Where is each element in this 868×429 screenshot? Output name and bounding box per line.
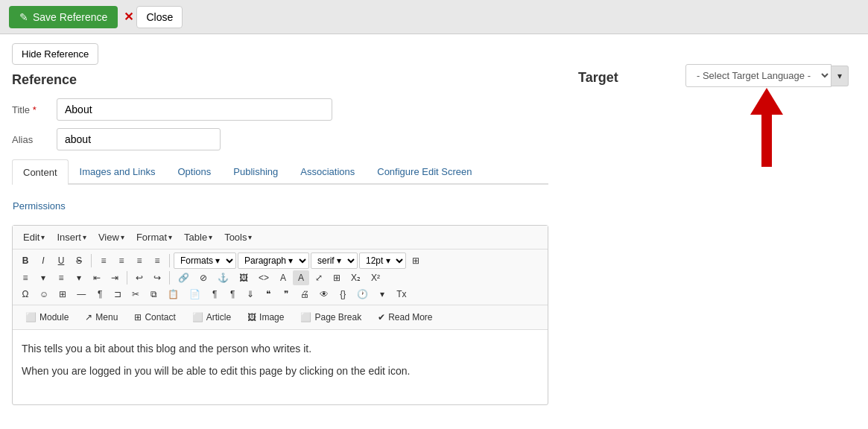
target-panel: Target - Select Target Language - ▾ — [548, 43, 856, 420]
table-menu-button[interactable]: Table ▾ — [180, 229, 217, 245]
quote-close-button[interactable]: ❞ — [278, 287, 294, 302]
edit-chevron-icon: ▾ — [41, 233, 45, 241]
special-char-button[interactable]: Ω — [17, 287, 34, 302]
outdent-button[interactable]: ⇤ — [89, 270, 105, 285]
editor-container: Edit ▾ Insert ▾ View ▾ Format ▾ Table ▾ … — [12, 225, 548, 405]
hide-reference-button[interactable]: Hide Reference — [12, 43, 98, 65]
ordered-list-button[interactable]: ≡ — [53, 270, 69, 285]
tab-permissions[interactable]: Permissions — [12, 194, 77, 217]
read-more-icon: ✔ — [378, 312, 385, 322]
print-button[interactable]: 🖨 — [296, 287, 314, 302]
separator-1 — [91, 254, 92, 267]
align-left-button[interactable]: ≡ — [95, 253, 112, 268]
redo-button[interactable]: ↪ — [149, 270, 165, 285]
formats-select[interactable]: Formats ▾ — [174, 252, 236, 269]
required-indicator: * — [33, 104, 37, 115]
quote-open-button[interactable]: ❝ — [260, 287, 276, 302]
unordered-list-chevron[interactable]: ▾ — [35, 270, 51, 285]
menu-button[interactable]: ↗ Menu — [78, 309, 124, 325]
emoji-button[interactable]: ☺ — [35, 287, 53, 302]
media-button[interactable]: ⊞ — [54, 287, 71, 302]
clock-button[interactable]: 🕐 — [352, 287, 373, 302]
language-select-group: - Select Target Language - ▾ — [685, 64, 849, 87]
paragraph-select[interactable]: Paragraph ▾ — [238, 252, 309, 269]
save-reference-button[interactable]: ✎ Save Reference — [9, 6, 118, 28]
tab-configure-edit-screen[interactable]: Configure Edit Screen — [366, 159, 483, 183]
article-button[interactable]: ⬜ Article — [186, 309, 238, 325]
superscript-button[interactable]: X² — [367, 270, 384, 285]
red-arrow-annotation — [744, 88, 789, 162]
find-replace-button[interactable]: ⊞ — [408, 253, 424, 268]
view-menu-button[interactable]: View ▾ — [94, 229, 129, 245]
indent-button[interactable]: ⇥ — [107, 270, 123, 285]
alias-label: Alias — [12, 134, 57, 145]
edit-menu-button[interactable]: Edit ▾ — [19, 229, 49, 245]
editor-toolbar: B I U S ≡ ≡ ≡ ≡ Formats ▾ Paragraph ▾ — [13, 250, 548, 305]
p-left-button[interactable]: ¶ — [206, 287, 223, 302]
tab-options[interactable]: Options — [166, 159, 222, 183]
anchor-button[interactable]: ⚓ — [213, 270, 233, 285]
underline-button[interactable]: U — [53, 253, 69, 268]
italic-button[interactable]: I — [35, 253, 51, 268]
target-language-select[interactable]: - Select Target Language - — [685, 64, 831, 87]
source-button[interactable]: {} — [335, 287, 351, 302]
font-color-button[interactable]: A — [275, 270, 291, 285]
font-select[interactable]: serif ▾ — [311, 252, 358, 269]
separator-3 — [127, 271, 127, 285]
contact-icon: ⊞ — [134, 312, 142, 322]
module-button[interactable]: ⬜ Module — [19, 309, 75, 325]
alias-field-group: Alias — [12, 128, 548, 150]
format-chevron-icon: ▾ — [168, 233, 172, 241]
strikethrough-button[interactable]: S — [71, 253, 87, 268]
p-right-button[interactable]: ¶ — [224, 287, 241, 302]
image-insert-icon: 🖼 — [247, 312, 256, 322]
insert-menu-button[interactable]: Insert ▾ — [52, 229, 91, 245]
editor-content-area[interactable]: This tells you a bit about this blog and… — [13, 330, 548, 404]
link-button[interactable]: 🔗 — [174, 270, 194, 285]
highlight-button[interactable]: A — [293, 270, 309, 285]
clear-format-button[interactable]: Tx — [392, 287, 411, 302]
table-button[interactable]: ⊞ — [329, 270, 345, 285]
bold-button[interactable]: B — [17, 253, 34, 268]
tab-associations[interactable]: Associations — [289, 159, 366, 183]
tab-images-and-links[interactable]: Images and Links — [69, 159, 167, 183]
clock-chevron[interactable]: ▾ — [374, 287, 390, 302]
ordered-list-chevron[interactable]: ▾ — [71, 270, 87, 285]
fullscreen-button[interactable]: ⤢ — [311, 270, 327, 285]
image-button[interactable]: 🖼 — [235, 270, 253, 285]
unlink-button[interactable]: ⊘ — [195, 270, 212, 285]
cut-button[interactable]: ✂ — [127, 287, 144, 302]
contact-button[interactable]: ⊞ Contact — [127, 309, 182, 325]
code-button[interactable]: <> — [254, 270, 273, 285]
page-break-button[interactable]: ⬜ Page Break — [294, 309, 368, 325]
size-select[interactable]: 12pt ▾ — [359, 252, 406, 269]
hr-button[interactable]: — — [72, 287, 90, 302]
close-x-icon: ✕ — [124, 10, 133, 24]
read-more-button[interactable]: ✔ Read More — [371, 309, 439, 325]
align-right-button[interactable]: ≡ — [131, 253, 148, 268]
align-justify-button[interactable]: ≡ — [149, 253, 165, 268]
alias-input[interactable] — [57, 128, 221, 150]
undo-button[interactable]: ↩ — [131, 270, 148, 285]
image-insert-button[interactable]: 🖼 Image — [241, 309, 291, 325]
tab-content[interactable]: Content — [12, 159, 69, 185]
image-insert-label: Image — [259, 312, 284, 322]
copy-button[interactable]: ⧉ — [145, 287, 162, 302]
unordered-list-button[interactable]: ≡ — [17, 270, 34, 285]
format-menu-button[interactable]: Format ▾ — [132, 229, 177, 245]
align-center-button[interactable]: ≡ — [113, 253, 130, 268]
paragraph-mark-button[interactable]: ¶ — [92, 287, 108, 302]
subscript-button[interactable]: X₂ — [346, 270, 365, 285]
title-input[interactable] — [57, 98, 332, 121]
blockquote-button[interactable]: ⊐ — [110, 287, 126, 302]
tab-publishing[interactable]: Publishing — [222, 159, 289, 183]
download-button[interactable]: ⇓ — [242, 287, 259, 302]
paste-text-button[interactable]: 📄 — [185, 287, 205, 302]
language-select-chevron-icon[interactable]: ▾ — [831, 66, 849, 86]
reference-panel: Hide Reference Reference Title * Alias C… — [12, 43, 548, 420]
paste-button[interactable]: 📋 — [163, 287, 183, 302]
tools-menu-button[interactable]: Tools ▾ — [220, 229, 256, 245]
menu-icon: ↗ — [85, 312, 92, 322]
close-button[interactable]: Close — [136, 6, 183, 28]
preview-button[interactable]: 👁 — [315, 287, 333, 302]
